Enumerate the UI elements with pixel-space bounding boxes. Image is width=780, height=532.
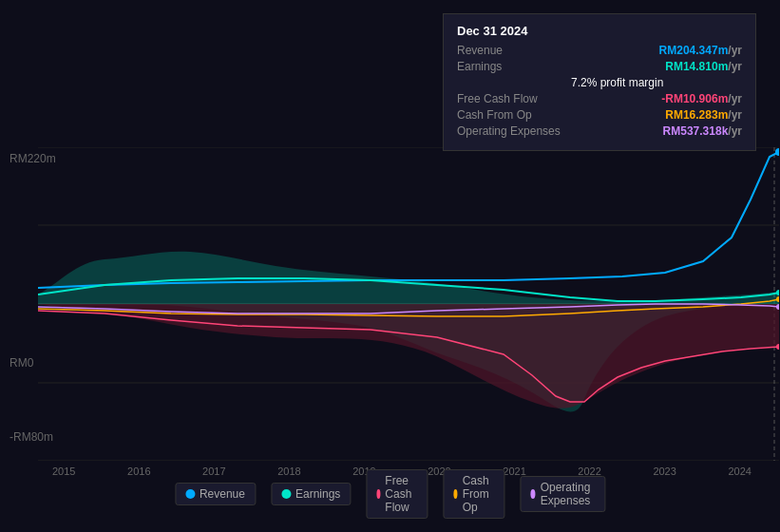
tooltip-revenue-row: Revenue RM204.347m/yr — [457, 44, 742, 57]
legend-dot-cash-from-op — [453, 489, 457, 499]
tooltip-op-expenses-value: RM537.318k/yr — [663, 124, 742, 138]
legend-revenue[interactable]: Revenue — [175, 483, 256, 505]
x-label-2023: 2023 — [653, 466, 675, 477]
tooltip-op-expenses-label: Operating Expenses — [457, 124, 571, 138]
tooltip-revenue-value: RM204.347m/yr — [659, 44, 742, 57]
legend-dot-free-cash — [376, 489, 380, 499]
tooltip-date: Dec 31 2024 — [457, 24, 742, 38]
x-label-2024: 2024 — [728, 466, 751, 477]
tooltip-cash-from-op-row: Cash From Op RM16.283m/yr — [457, 108, 742, 122]
tooltip-earnings-label: Earnings — [457, 60, 571, 73]
legend-label-cash-from-op: Cash From Op — [463, 474, 495, 514]
legend-label-op-expenses: Operating Expenses — [541, 481, 595, 507]
legend-dot-revenue — [185, 489, 195, 499]
tooltip-free-cash-value: -RM10.906m/yr — [661, 92, 742, 105]
chart-legend: Revenue Earnings Free Cash Flow Cash Fro… — [175, 469, 605, 519]
legend-label-revenue: Revenue — [200, 487, 245, 501]
x-label-2016: 2016 — [127, 466, 150, 477]
legend-op-expenses[interactable]: Operating Expenses — [520, 476, 605, 512]
x-label-2015: 2015 — [52, 466, 75, 477]
tooltip-margin: 7.2% profit margin — [571, 76, 742, 89]
tooltip-revenue-label: Revenue — [457, 44, 571, 57]
legend-dot-earnings — [281, 489, 291, 499]
legend-label-earnings: Earnings — [295, 487, 340, 501]
chart-container: Dec 31 2024 Revenue RM204.347m/yr Earnin… — [0, 0, 780, 532]
tooltip-op-expenses-row: Operating Expenses RM537.318k/yr — [457, 124, 742, 138]
tooltip-cash-from-op-label: Cash From Op — [457, 108, 571, 122]
legend-free-cash[interactable]: Free Cash Flow — [366, 469, 428, 519]
tooltip-earnings-row: Earnings RM14.810m/yr — [457, 60, 742, 73]
legend-dot-op-expenses — [530, 489, 535, 499]
legend-earnings[interactable]: Earnings — [271, 483, 351, 505]
legend-cash-from-op[interactable]: Cash From Op — [443, 469, 504, 519]
chart-svg — [38, 147, 779, 461]
y-label-zero: RM0 — [10, 356, 33, 370]
tooltip-earnings-value: RM14.810m/yr — [665, 60, 742, 73]
legend-label-free-cash: Free Cash Flow — [385, 474, 417, 514]
tooltip-free-cash-label: Free Cash Flow — [457, 92, 571, 105]
tooltip-free-cash-row: Free Cash Flow -RM10.906m/yr — [457, 92, 742, 105]
tooltip-cash-from-op-value: RM16.283m/yr — [665, 108, 742, 122]
tooltip-box: Dec 31 2024 Revenue RM204.347m/yr Earnin… — [443, 13, 756, 151]
